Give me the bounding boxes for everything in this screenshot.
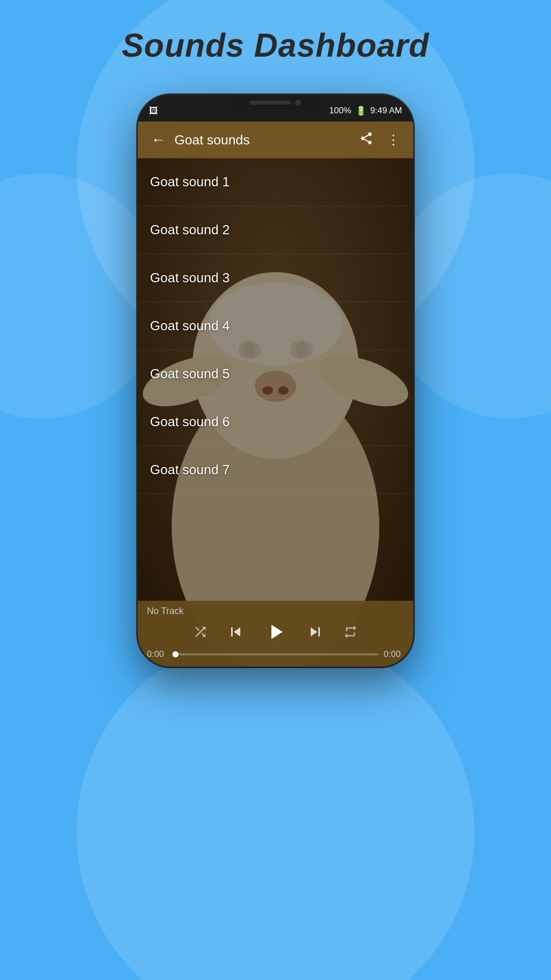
player-track-name: No Track <box>147 606 404 617</box>
sound-item-3[interactable]: Goat sound 3 <box>138 254 413 302</box>
time-total: 0:00 <box>384 649 404 659</box>
sound-item-2[interactable]: Goat sound 2 <box>138 206 413 254</box>
previous-button[interactable] <box>227 623 245 641</box>
player-progress-row: 0:00 0:00 <box>147 649 404 659</box>
shuffle-button[interactable] <box>193 624 208 640</box>
sound-item-5[interactable]: Goat sound 5 <box>138 350 413 398</box>
repeat-button[interactable] <box>343 624 358 640</box>
time-current: 0:00 <box>147 649 167 659</box>
app-bar: ← Goat sounds ⋮ <box>138 121 413 158</box>
back-button[interactable]: ← <box>147 128 169 152</box>
progress-bar[interactable] <box>172 653 379 655</box>
battery-icon: 🔋 <box>356 106 366 116</box>
status-bar: 🖼 100% 🔋 9:49 AM <box>138 95 413 121</box>
battery-percent: 100% <box>329 106 351 116</box>
sound-item-1[interactable]: Goat sound 1 <box>138 158 413 206</box>
progress-handle[interactable] <box>172 651 179 657</box>
phone-mockup: 🖼 100% 🔋 9:49 AM <box>138 95 413 667</box>
status-left: 🖼 <box>149 106 158 116</box>
more-options-button[interactable]: ⋮ <box>383 128 404 152</box>
sound-item-7[interactable]: Goat sound 7 <box>138 446 413 494</box>
bg-decoration-bottom <box>77 633 474 980</box>
play-button[interactable] <box>263 620 288 644</box>
sound-list[interactable]: Goat sound 1Goat sound 2Goat sound 3Goat… <box>138 158 413 601</box>
clock: 9:49 AM <box>370 106 402 116</box>
camera <box>295 100 301 106</box>
next-button[interactable] <box>306 623 324 641</box>
sound-item-label-4: Goat sound 4 <box>150 318 230 334</box>
signal-icon: 🖼 <box>149 106 158 116</box>
sound-item-label-5: Goat sound 5 <box>150 366 230 382</box>
speaker <box>250 101 291 105</box>
status-right: 100% 🔋 9:49 AM <box>329 106 402 116</box>
sound-item-label-1: Goat sound 1 <box>150 174 230 190</box>
app-bar-title: Goat sounds <box>174 132 355 148</box>
sound-item-6[interactable]: Goat sound 6 <box>138 398 413 446</box>
sound-item-label-2: Goat sound 2 <box>150 222 230 238</box>
sound-item-label-7: Goat sound 7 <box>150 462 230 478</box>
phone-screen: ← Goat sounds ⋮ Goat sound 1Goat sound 2… <box>138 121 413 667</box>
app-bar-actions: ⋮ <box>355 127 404 153</box>
sound-item-label-3: Goat sound 3 <box>150 270 230 286</box>
notch <box>230 95 321 110</box>
share-button[interactable] <box>355 127 378 153</box>
player-controls <box>147 620 404 644</box>
sound-item-4[interactable]: Goat sound 4 <box>138 302 413 350</box>
sound-item-label-6: Goat sound 6 <box>150 414 230 430</box>
player-bar: No Track <box>138 601 413 667</box>
page-title: Sounds Dashboard <box>122 27 430 64</box>
